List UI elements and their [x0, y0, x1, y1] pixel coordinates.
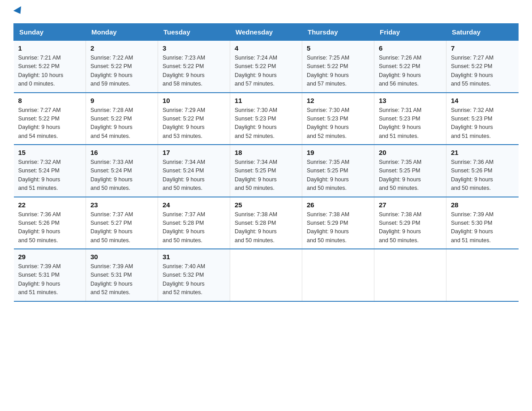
calendar-cell: 22 Sunrise: 7:36 AMSunset: 5:26 PMDaylig… — [14, 197, 86, 249]
calendar-cell: 20 Sunrise: 7:35 AMSunset: 5:25 PMDaylig… — [374, 145, 446, 197]
calendar-cell: 17 Sunrise: 7:34 AMSunset: 5:24 PMDaylig… — [158, 145, 230, 197]
day-number: 25 — [235, 201, 297, 209]
calendar-cell: 30 Sunrise: 7:39 AMSunset: 5:31 PMDaylig… — [86, 249, 158, 301]
weekday-header-sunday: Sunday — [14, 24, 86, 41]
calendar-cell: 3 Sunrise: 7:23 AMSunset: 5:22 PMDayligh… — [158, 41, 230, 93]
day-number: 23 — [90, 201, 153, 209]
day-number: 22 — [18, 201, 82, 209]
calendar-cell: 18 Sunrise: 7:34 AMSunset: 5:25 PMDaylig… — [230, 145, 302, 197]
day-info: Sunrise: 7:39 AMSunset: 5:30 PMDaylight:… — [451, 211, 493, 244]
calendar-cell: 10 Sunrise: 7:29 AMSunset: 5:22 PMDaylig… — [158, 93, 230, 145]
day-number: 18 — [235, 149, 297, 156]
calendar-cell: 31 Sunrise: 7:40 AMSunset: 5:32 PMDaylig… — [158, 249, 230, 301]
day-number: 14 — [451, 97, 514, 104]
calendar-cell — [374, 249, 446, 301]
calendar-cell: 12 Sunrise: 7:30 AMSunset: 5:23 PMDaylig… — [302, 93, 374, 145]
day-info: Sunrise: 7:32 AMSunset: 5:23 PMDaylight:… — [451, 107, 493, 139]
calendar-cell: 11 Sunrise: 7:30 AMSunset: 5:23 PMDaylig… — [230, 93, 302, 145]
calendar-cell: 27 Sunrise: 7:38 AMSunset: 5:29 PMDaylig… — [374, 197, 446, 249]
day-info: Sunrise: 7:30 AMSunset: 5:23 PMDaylight:… — [307, 107, 349, 139]
day-info: Sunrise: 7:36 AMSunset: 5:26 PMDaylight:… — [18, 211, 61, 244]
day-info: Sunrise: 7:22 AMSunset: 5:22 PMDaylight:… — [90, 55, 133, 87]
day-number: 30 — [90, 253, 153, 261]
page-header — [13, 9, 519, 15]
day-number: 24 — [163, 201, 225, 209]
day-info: Sunrise: 7:26 AMSunset: 5:22 PMDaylight:… — [379, 55, 421, 87]
day-info: Sunrise: 7:25 AMSunset: 5:22 PMDaylight:… — [307, 55, 349, 87]
calendar-cell: 15 Sunrise: 7:32 AMSunset: 5:24 PMDaylig… — [14, 145, 86, 197]
calendar-cell: 7 Sunrise: 7:27 AMSunset: 5:22 PMDayligh… — [446, 41, 519, 93]
day-info: Sunrise: 7:39 AMSunset: 5:31 PMDaylight:… — [90, 263, 133, 295]
calendar-cell: 4 Sunrise: 7:24 AMSunset: 5:22 PMDayligh… — [230, 41, 302, 93]
day-info: Sunrise: 7:38 AMSunset: 5:29 PMDaylight:… — [379, 211, 421, 244]
day-info: Sunrise: 7:32 AMSunset: 5:24 PMDaylight:… — [18, 159, 61, 191]
logo-arrow-icon — [13, 6, 24, 16]
day-number: 8 — [18, 97, 82, 104]
day-info: Sunrise: 7:28 AMSunset: 5:22 PMDaylight:… — [90, 107, 133, 139]
calendar-cell: 26 Sunrise: 7:38 AMSunset: 5:29 PMDaylig… — [302, 197, 374, 249]
day-number: 7 — [451, 44, 514, 52]
day-number: 15 — [18, 149, 82, 156]
day-number: 4 — [235, 44, 297, 52]
calendar-week-row: 29 Sunrise: 7:39 AMSunset: 5:31 PMDaylig… — [14, 249, 519, 301]
day-number: 5 — [307, 44, 369, 52]
weekday-header-friday: Friday — [374, 24, 446, 41]
calendar-cell: 13 Sunrise: 7:31 AMSunset: 5:23 PMDaylig… — [374, 93, 446, 145]
day-info: Sunrise: 7:29 AMSunset: 5:22 PMDaylight:… — [163, 107, 205, 139]
day-info: Sunrise: 7:35 AMSunset: 5:25 PMDaylight:… — [379, 159, 421, 191]
weekday-header-saturday: Saturday — [446, 24, 519, 41]
day-info: Sunrise: 7:31 AMSunset: 5:23 PMDaylight:… — [379, 107, 421, 139]
day-info: Sunrise: 7:40 AMSunset: 5:32 PMDaylight:… — [163, 263, 205, 295]
day-info: Sunrise: 7:34 AMSunset: 5:24 PMDaylight:… — [163, 159, 205, 191]
calendar-cell: 25 Sunrise: 7:38 AMSunset: 5:28 PMDaylig… — [230, 197, 302, 249]
calendar-cell: 16 Sunrise: 7:33 AMSunset: 5:24 PMDaylig… — [86, 145, 158, 197]
day-info: Sunrise: 7:27 AMSunset: 5:22 PMDaylight:… — [451, 55, 493, 87]
day-number: 2 — [90, 44, 153, 52]
calendar-cell: 28 Sunrise: 7:39 AMSunset: 5:30 PMDaylig… — [446, 197, 519, 249]
calendar-cell: 2 Sunrise: 7:22 AMSunset: 5:22 PMDayligh… — [86, 41, 158, 93]
day-number: 9 — [90, 97, 153, 104]
day-number: 6 — [379, 44, 442, 52]
calendar-table: SundayMondayTuesdayWednesdayThursdayFrid… — [13, 23, 519, 302]
calendar-cell: 1 Sunrise: 7:21 AMSunset: 5:22 PMDayligh… — [14, 41, 86, 93]
calendar-cell — [446, 249, 519, 301]
day-number: 28 — [451, 201, 514, 209]
calendar-cell: 24 Sunrise: 7:37 AMSunset: 5:28 PMDaylig… — [158, 197, 230, 249]
day-number: 26 — [307, 201, 369, 209]
day-number: 10 — [163, 97, 225, 104]
day-info: Sunrise: 7:30 AMSunset: 5:23 PMDaylight:… — [235, 107, 277, 139]
calendar-cell: 14 Sunrise: 7:32 AMSunset: 5:23 PMDaylig… — [446, 93, 519, 145]
calendar-cell: 21 Sunrise: 7:36 AMSunset: 5:26 PMDaylig… — [446, 145, 519, 197]
day-info: Sunrise: 7:27 AMSunset: 5:22 PMDaylight:… — [18, 107, 61, 139]
day-number: 1 — [18, 44, 82, 52]
day-info: Sunrise: 7:24 AMSunset: 5:22 PMDaylight:… — [235, 55, 277, 87]
calendar-week-row: 8 Sunrise: 7:27 AMSunset: 5:22 PMDayligh… — [14, 93, 519, 145]
logo — [13, 9, 23, 15]
calendar-cell: 19 Sunrise: 7:35 AMSunset: 5:25 PMDaylig… — [302, 145, 374, 197]
day-number: 29 — [18, 253, 82, 261]
calendar-cell: 9 Sunrise: 7:28 AMSunset: 5:22 PMDayligh… — [86, 93, 158, 145]
day-info: Sunrise: 7:38 AMSunset: 5:29 PMDaylight:… — [307, 211, 349, 244]
calendar-cell: 6 Sunrise: 7:26 AMSunset: 5:22 PMDayligh… — [374, 41, 446, 93]
day-info: Sunrise: 7:36 AMSunset: 5:26 PMDaylight:… — [451, 159, 493, 191]
day-info: Sunrise: 7:37 AMSunset: 5:28 PMDaylight:… — [163, 211, 205, 244]
day-number: 12 — [307, 97, 369, 104]
day-info: Sunrise: 7:38 AMSunset: 5:28 PMDaylight:… — [235, 211, 277, 244]
day-number: 27 — [379, 201, 442, 209]
calendar-cell: 5 Sunrise: 7:25 AMSunset: 5:22 PMDayligh… — [302, 41, 374, 93]
day-number: 11 — [235, 97, 297, 104]
day-info: Sunrise: 7:33 AMSunset: 5:24 PMDaylight:… — [90, 159, 133, 191]
day-info: Sunrise: 7:39 AMSunset: 5:31 PMDaylight:… — [18, 263, 61, 295]
day-info: Sunrise: 7:37 AMSunset: 5:27 PMDaylight:… — [90, 211, 133, 244]
calendar-cell: 8 Sunrise: 7:27 AMSunset: 5:22 PMDayligh… — [14, 93, 86, 145]
day-number: 21 — [451, 149, 514, 156]
calendar-cell: 23 Sunrise: 7:37 AMSunset: 5:27 PMDaylig… — [86, 197, 158, 249]
day-number: 3 — [163, 44, 225, 52]
day-number: 20 — [379, 149, 442, 156]
day-number: 13 — [379, 97, 442, 104]
calendar-cell — [302, 249, 374, 301]
calendar-cell — [230, 249, 302, 301]
weekday-header-tuesday: Tuesday — [158, 24, 230, 41]
day-number: 31 — [163, 253, 225, 261]
day-info: Sunrise: 7:34 AMSunset: 5:25 PMDaylight:… — [235, 159, 277, 191]
